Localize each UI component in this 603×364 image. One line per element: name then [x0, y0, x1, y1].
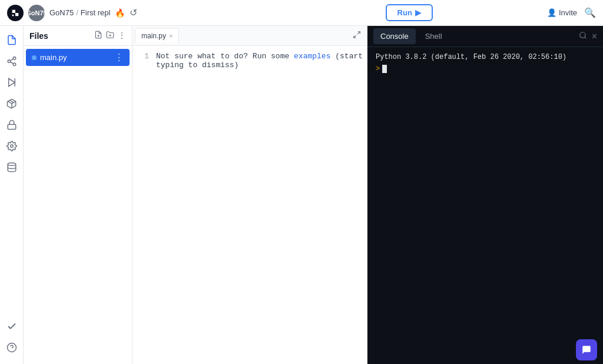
console-tab-console[interactable]: Console [373, 28, 416, 44]
svg-line-18 [357, 32, 360, 34]
svg-point-20 [579, 32, 585, 37]
console-tabs: Console Shell × [367, 26, 603, 47]
console-tab-actions: × [579, 31, 597, 42]
expand-editor-icon[interactable] [353, 31, 361, 41]
file-status-dot [32, 55, 37, 60]
flame-icon: 🔥 [115, 8, 125, 18]
breadcrumb: GoN75 / First repl [49, 8, 110, 17]
editor-tab-label: main.py [141, 32, 166, 40]
python-version: Python 3.8.2 (default, Feb 26 2020, 02:5… [376, 53, 595, 61]
topnav-center: Run ▶ [277, 4, 541, 21]
file-item-main-py[interactable]: main.py ⋮ [26, 49, 130, 66]
console-content: Python 3.8.2 (default, Feb 26 2020, 02:5… [367, 47, 603, 336]
svg-line-3 [10, 62, 13, 64]
sidebar-item-packages[interactable] [2, 94, 21, 113]
editor-area: main.py × 1 Not sure what to do? Run som… [132, 26, 367, 364]
shell-tab-label: Shell [425, 32, 442, 41]
sidebar-item-help[interactable] [2, 338, 21, 357]
console-panel: Console Shell × Python 3.8.2 (default, F… [367, 26, 603, 364]
svg-point-1 [8, 60, 11, 63]
new-file-icon[interactable] [94, 31, 102, 41]
invite-label: Invite [559, 8, 577, 17]
invite-button[interactable]: 👤 Invite [547, 8, 577, 17]
history-icon[interactable]: ↺ [130, 7, 137, 18]
line-content-1: Not sure what to do? Run some examples (… [156, 52, 367, 70]
run-play-icon: ▶ [415, 8, 421, 17]
editor-tabs: main.py × [132, 26, 367, 46]
sidebar [0, 26, 24, 364]
svg-point-0 [13, 57, 16, 60]
topnav: GoN75 GoN75 / First repl 🔥 ↺ Run ▶ 👤 Inv… [0, 0, 603, 26]
sidebar-item-share[interactable] [2, 52, 21, 71]
svg-point-2 [13, 63, 16, 66]
search-icon: 🔍 [584, 8, 596, 18]
prompt-cursor [382, 65, 387, 73]
file-more-icon[interactable]: ⋮ [114, 52, 124, 63]
console-prompt[interactable]: > [376, 65, 595, 73]
svg-point-11 [8, 163, 16, 166]
editor-line-1: 1 Not sure what to do? Run some examples… [132, 52, 367, 70]
run-label: Run [397, 8, 412, 17]
files-more-icon[interactable]: ⋮ [118, 31, 126, 41]
svg-point-10 [10, 145, 13, 148]
sidebar-item-secrets[interactable] [2, 115, 21, 134]
files-actions: ⋮ [94, 31, 126, 41]
svg-line-21 [584, 37, 586, 38]
sidebar-item-check[interactable] [2, 317, 21, 336]
run-button[interactable]: Run ▶ [386, 4, 433, 21]
files-header: Files ⋮ [24, 26, 132, 46]
files-panel: Files ⋮ main.py ⋮ [24, 26, 132, 364]
svg-line-7 [9, 100, 14, 102]
line-number-1: 1 [132, 52, 156, 70]
file-name: main.py [40, 53, 111, 62]
file-list: main.py ⋮ [24, 46, 132, 364]
topnav-right: 👤 Invite 🔍 [547, 7, 596, 18]
hint-text-before: Not sure what to do? Run some [156, 52, 294, 61]
sidebar-item-run-debug[interactable] [2, 73, 21, 92]
console-tab-shell[interactable]: Shell [418, 28, 449, 44]
svg-line-19 [354, 35, 356, 38]
breadcrumb-separator: / [76, 8, 78, 17]
main-area: Files ⋮ main.py ⋮ [0, 26, 603, 364]
files-title: Files [29, 31, 94, 41]
chat-button[interactable] [576, 339, 597, 360]
tab-actions [353, 31, 365, 41]
sidebar-item-settings[interactable] [2, 137, 21, 155]
sidebar-item-database[interactable] [2, 158, 21, 177]
console-close-icon[interactable]: × [592, 31, 597, 42]
prompt-arrow: > [376, 65, 380, 73]
breadcrumb-repl[interactable]: First repl [81, 8, 111, 17]
editor-content[interactable]: 1 Not sure what to do? Run some examples… [132, 46, 367, 364]
console-tab-label: Console [380, 32, 409, 41]
new-folder-icon[interactable] [106, 31, 114, 41]
svg-rect-9 [8, 124, 16, 129]
breadcrumb-user[interactable]: GoN75 [49, 8, 74, 17]
topnav-left: GoN75 GoN75 / First repl 🔥 ↺ [7, 5, 271, 21]
replit-logo[interactable] [7, 5, 24, 21]
console-search-icon[interactable] [579, 31, 587, 42]
invite-user-icon: 👤 [547, 8, 556, 17]
editor-tab-close[interactable]: × [169, 32, 173, 39]
svg-marker-5 [8, 78, 15, 87]
examples-link[interactable]: examples [294, 52, 330, 61]
sidebar-item-files[interactable] [2, 31, 21, 49]
avatar[interactable]: GoN75 [28, 5, 45, 21]
editor-tab-main-py[interactable]: main.py × [135, 28, 179, 43]
console-footer [367, 336, 603, 364]
svg-line-4 [10, 59, 13, 61]
search-button[interactable]: 🔍 [584, 7, 596, 18]
